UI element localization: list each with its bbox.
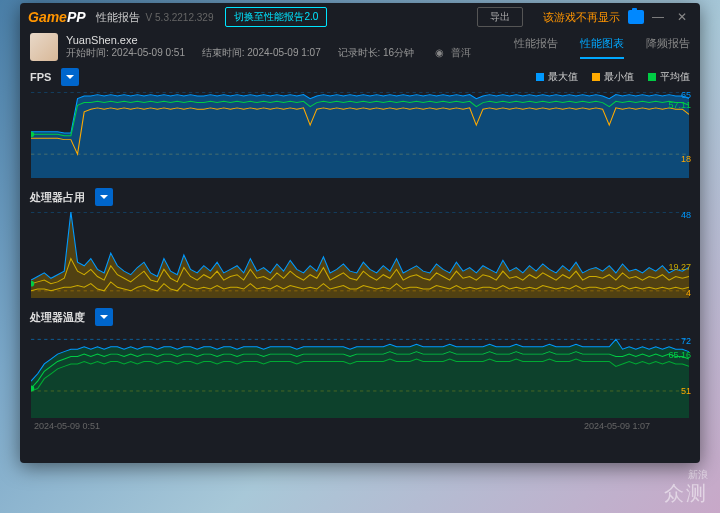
tab-throttle-report[interactable]: 降频报告 [646, 36, 690, 59]
close-button[interactable]: ✕ [672, 10, 692, 24]
tab-performance-report[interactable]: 性能报告 [514, 36, 558, 59]
titlebar: GamePP 性能报告 V 5.3.2212.329 切换至性能报告2.0 导出… [20, 3, 700, 31]
tab-performance-chart[interactable]: 性能图表 [580, 36, 624, 59]
temp-chart[interactable]: 72 65.16 51 [30, 331, 690, 419]
fps-dropdown[interactable] [61, 68, 79, 86]
location-icon: ◉ [435, 47, 444, 58]
temp-dropdown[interactable] [95, 308, 113, 326]
game-hidden-warning: 该游戏不再显示 [543, 10, 620, 25]
duration: 记录时长: 16分钟 [338, 47, 415, 58]
app-version: V 5.3.2212.329 [146, 12, 214, 23]
export-button[interactable]: 导出 [477, 7, 523, 27]
report-tabs: 性能报告 性能图表 降频报告 [514, 36, 690, 59]
legend-min-icon [592, 73, 600, 81]
app-logo: GamePP [28, 9, 86, 25]
session-info: YuanShen.exe 开始时间: 2024-05-09 0:51 结束时间:… [20, 31, 700, 63]
time-axis: 2024-05-09 0:51 2024-05-09 1:07 [30, 419, 690, 431]
app-title: 性能报告 [96, 10, 140, 25]
end-time: 结束时间: 2024-05-09 1:07 [202, 47, 321, 58]
temp-title: 处理器温度 [30, 310, 85, 325]
screenshot-icon[interactable] [628, 10, 644, 24]
game-avatar [30, 33, 58, 61]
legend-max-icon [536, 73, 544, 81]
cpu-block: 处理器占用 48 19.27 4 [30, 185, 690, 299]
fps-chart[interactable]: 65 57.11 18 [30, 91, 690, 179]
start-time: 开始时间: 2024-05-09 0:51 [66, 47, 185, 58]
fps-title: FPS [30, 71, 51, 83]
temp-block: 处理器温度 72 65.16 51 2024-05-09 0:51 2024-0… [30, 305, 690, 431]
cpu-title: 处理器占用 [30, 190, 85, 205]
fps-block: FPS 最大值 最小值 平均值 65 57.11 18 [30, 65, 690, 179]
minimize-button[interactable]: — [648, 10, 668, 24]
exe-name: YuanShen.exe [66, 34, 471, 46]
app-window: GamePP 性能报告 V 5.3.2212.329 切换至性能报告2.0 导出… [20, 3, 700, 463]
legend-avg-icon [648, 73, 656, 81]
cpu-chart[interactable]: 48 19.27 4 [30, 211, 690, 299]
chart-legend: 最大值 最小值 平均值 [536, 70, 690, 84]
charts-area: FPS 最大值 最小值 平均值 65 57.11 18 处理器占用 [20, 63, 700, 463]
cpu-dropdown[interactable] [95, 188, 113, 206]
location-text: 普洱 [451, 47, 471, 58]
switch-report-button[interactable]: 切换至性能报告2.0 [225, 7, 327, 27]
watermark: 新浪 众测 [664, 469, 708, 505]
